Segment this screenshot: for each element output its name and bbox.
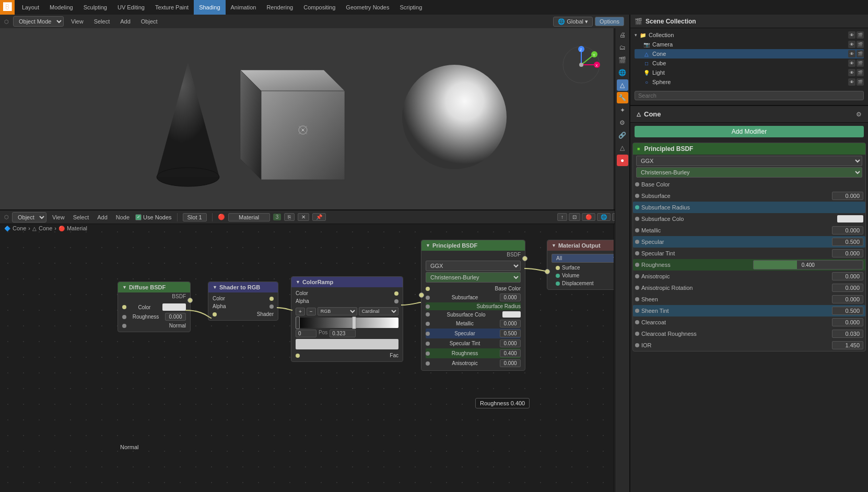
pbsdf-ss-color-swatch[interactable] [502,311,521,318]
tab-animation[interactable]: Animation [226,0,262,15]
cone-render[interactable]: 🎬 [857,50,864,57]
constraints-icon[interactable]: 🔗 [617,130,628,141]
tree-item-light[interactable]: 💡 Light 👁 🎬 [635,68,864,77]
sphere-visibility[interactable]: 👁 [848,78,855,86]
str-color-out[interactable] [269,297,274,301]
shader-to-rgb-node[interactable]: ▼ Shader to RGB Color Alpha Shader [208,282,278,321]
cr-add-stop[interactable]: + [296,308,305,315]
tab-scripting[interactable]: Scripting [394,0,427,15]
pbsdf-ss-radius-socket[interactable] [426,304,430,309]
object-menu[interactable]: Object [138,16,161,27]
roughness-bar[interactable]: 0.400 [753,260,864,270]
pbsdf-metallic-socket[interactable] [426,322,430,326]
node-tool-4[interactable]: 🌐 [597,213,611,221]
world-icon[interactable]: 🌐 [617,67,628,78]
camera-visibility[interactable]: 👁 [848,41,855,48]
mat-displacement-socket[interactable] [556,282,560,286]
sheen-socket-prop[interactable] [635,297,639,301]
cr-gradient[interactable] [296,318,398,328]
slot-btn[interactable]: Slot 1 [183,213,207,221]
sheen-tint-socket-prop[interactable] [635,309,639,313]
mat-surface-input[interactable] [545,269,550,274]
tab-rendering[interactable]: Rendering [261,0,298,15]
physics-icon[interactable]: ⚙ [617,117,628,128]
anisotropic-socket-prop[interactable] [635,274,639,278]
material-icon[interactable]: ● [617,155,628,166]
diffuse-roughness-socket[interactable] [122,315,126,319]
tree-item-sphere[interactable]: ○ Sphere 👁 🎬 [635,77,864,87]
diffuse-color-swatch[interactable] [162,303,186,311]
cr-mode-select[interactable]: RGB [318,307,357,315]
options-btn[interactable]: Options [595,17,624,26]
tab-geometry-nodes[interactable]: Geometry Nodes [341,0,394,15]
str-alpha-out[interactable] [269,304,274,309]
cr-alpha-out[interactable] [394,299,398,303]
cube-render[interactable]: 🎬 [857,60,864,67]
node-object-mode[interactable]: Object [12,212,46,222]
diffuse-bsdf-output[interactable] [187,298,193,303]
diffuse-color-socket[interactable] [122,305,126,309]
diffuse-roughness-value[interactable]: 0.000 [165,313,186,321]
particles-icon[interactable]: ✦ [617,104,628,116]
view-layer-icon[interactable]: 🗂 [617,42,628,53]
object-mode-select[interactable]: Object Mode [13,16,64,27]
tab-layout[interactable]: Layout [17,0,44,15]
node-node-menu[interactable]: Node [113,212,132,223]
select-menu[interactable]: Select [91,16,113,27]
cube-visibility[interactable]: 👁 [848,60,855,67]
color-ramp-node[interactable]: ▼ ColorRamp Color Alpha + − RGB [291,276,403,362]
pbsdf-ss-color-socket[interactable] [426,312,430,317]
use-nodes-toggle[interactable]: ✓ Use Nodes [135,214,171,220]
pbsdf-base-color-input[interactable] [419,292,424,298]
global-btn[interactable]: 🌐 Global ▾ [553,17,593,27]
specular-socket-prop[interactable] [635,240,639,244]
tab-compositing[interactable]: Compositing [298,0,341,15]
tab-texture-paint[interactable]: Texture Paint [150,0,194,15]
copy-material-btn[interactable]: ⎘ [284,213,295,221]
cr-fac-socket[interactable] [296,354,300,358]
close-material-btn[interactable]: ✕ [298,213,309,221]
data-icon[interactable]: △ [617,142,628,154]
sphere-render[interactable]: 🎬 [857,78,864,86]
node-add-menu[interactable]: Add [95,212,110,223]
tree-item-cube[interactable]: □ Cube 👁 🎬 [635,58,864,68]
pin-material-btn[interactable]: 📌 [312,213,326,221]
ss-color-swatch-prop[interactable] [837,215,863,222]
pbsdf-bsdf-output[interactable] [522,256,527,261]
collection-render[interactable]: 🎬 [857,31,864,39]
tab-shading[interactable]: Shading [194,0,225,15]
diffuse-normal-socket[interactable] [122,324,126,328]
base-color-socket-prop[interactable] [635,182,639,186]
tree-item-camera[interactable]: 📷 Camera 👁 🎬 [635,40,864,49]
pbsdf-subsurface-socket[interactable] [426,296,430,300]
node-select-menu[interactable]: Select [71,212,92,223]
pbsdf-anisotropic-socket[interactable] [426,361,430,366]
tab-sculpting[interactable]: Sculpting [78,0,112,15]
ss-color-socket-prop[interactable] [635,217,639,221]
light-visibility[interactable]: 👁 [848,69,855,76]
scene-area[interactable]: X Y Z [0,28,628,209]
pbsdf-subsurface-method[interactable]: Christensen-Burley [426,272,521,283]
cr-remove-stop[interactable]: − [307,308,316,315]
node-tool-2[interactable]: ⊡ [569,213,580,221]
principled-bsdf-node[interactable]: ▼ Principled BSDF BSDF GGX Christensen-B… [421,240,525,371]
camera-render[interactable]: 🎬 [857,41,864,48]
mat-surface-socket[interactable] [556,266,560,270]
cr-color-out[interactable] [394,291,398,296]
subsurface-socket-prop[interactable] [635,194,639,198]
clearcoat-socket-prop[interactable] [635,320,639,324]
pbsdf-roughness-socket[interactable] [426,352,430,356]
modifier-icon[interactable]: 🔧 [617,92,628,103]
tree-item-collection[interactable]: ▾ 📁 Collection 👁 🎬 [635,30,864,40]
node-view-menu[interactable]: View [50,212,67,223]
pbsdf-dist-select[interactable]: GGX [636,156,862,166]
tree-item-cone[interactable]: △ Cone 👁 🎬 [635,49,864,58]
scene-icon[interactable]: 🎬 [617,54,628,66]
light-render[interactable]: 🎬 [857,69,864,76]
output-icon[interactable]: 🖨 [617,29,628,41]
nav-gizmo[interactable]: X Y Z [560,44,602,87]
roughness-socket-prop[interactable] [635,263,639,267]
ior-socket-prop[interactable] [635,343,639,347]
scene-search[interactable] [635,91,864,100]
pbsdf-specular-tint-socket[interactable] [426,342,430,346]
